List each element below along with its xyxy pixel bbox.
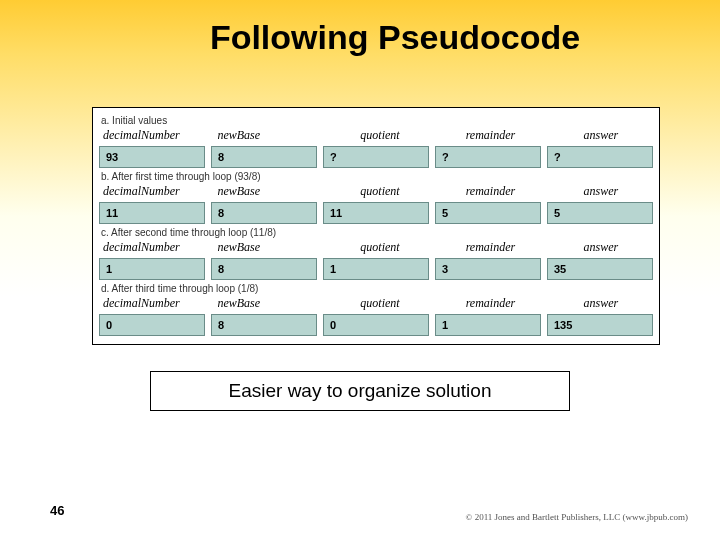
section-c-label: c. After second time through loop (11/8) xyxy=(101,227,653,238)
col-remainder-header: remainder xyxy=(438,183,542,200)
cell-quotient: ? xyxy=(323,146,429,168)
cell-remainder: 5 xyxy=(435,202,541,224)
col-answer-header: answer xyxy=(549,183,653,200)
value-row: 0 8 0 1 135 xyxy=(99,314,653,336)
col-quotient-header: quotient xyxy=(328,295,432,312)
cell-quotient: 11 xyxy=(323,202,429,224)
cell-answer: 35 xyxy=(547,258,653,280)
col-remainder-header: remainder xyxy=(438,295,542,312)
caption-box: Easier way to organize solution xyxy=(150,371,570,411)
cell-answer: ? xyxy=(547,146,653,168)
cell-newbase: 8 xyxy=(211,314,317,336)
header-row: decimalNumber newBase quotient remainder… xyxy=(99,295,653,312)
cell-answer: 5 xyxy=(547,202,653,224)
col-quotient-header: quotient xyxy=(328,239,432,256)
cell-remainder: 1 xyxy=(435,314,541,336)
value-row: 93 8 ? ? ? xyxy=(99,146,653,168)
col-newbase-header: newBase xyxy=(213,127,321,144)
header-row: decimalNumber newBase quotient remainder… xyxy=(99,239,653,256)
col-decimalnumber-header: decimalNumber xyxy=(99,295,207,312)
cell-decimalnumber: 11 xyxy=(99,202,205,224)
col-decimalnumber-header: decimalNumber xyxy=(99,183,207,200)
section-d-label: d. After third time through loop (1/8) xyxy=(101,283,653,294)
header-row: decimalNumber newBase quotient remainder… xyxy=(99,183,653,200)
page-number: 46 xyxy=(50,503,64,518)
col-remainder-header: remainder xyxy=(438,127,542,144)
header-row: decimalNumber newBase quotient remainder… xyxy=(99,127,653,144)
trace-table-figure: a. Initial values decimalNumber newBase … xyxy=(92,107,660,345)
value-row: 1 8 1 3 35 xyxy=(99,258,653,280)
col-answer-header: answer xyxy=(549,295,653,312)
cell-newbase: 8 xyxy=(211,202,317,224)
cell-decimalnumber: 1 xyxy=(99,258,205,280)
col-newbase-header: newBase xyxy=(213,295,321,312)
cell-answer: 135 xyxy=(547,314,653,336)
cell-newbase: 8 xyxy=(211,146,317,168)
col-remainder-header: remainder xyxy=(438,239,542,256)
col-answer-header: answer xyxy=(549,127,653,144)
slide-title: Following Pseudocode xyxy=(0,0,720,57)
cell-quotient: 0 xyxy=(323,314,429,336)
value-row: 11 8 11 5 5 xyxy=(99,202,653,224)
cell-decimalnumber: 93 xyxy=(99,146,205,168)
col-newbase-header: newBase xyxy=(213,239,321,256)
col-quotient-header: quotient xyxy=(328,127,432,144)
col-answer-header: answer xyxy=(549,239,653,256)
col-newbase-header: newBase xyxy=(213,183,321,200)
cell-decimalnumber: 0 xyxy=(99,314,205,336)
section-a-label: a. Initial values xyxy=(101,115,653,126)
section-b-label: b. After first time through loop (93/8) xyxy=(101,171,653,182)
col-decimalnumber-header: decimalNumber xyxy=(99,239,207,256)
col-decimalnumber-header: decimalNumber xyxy=(99,127,207,144)
cell-remainder: ? xyxy=(435,146,541,168)
cell-newbase: 8 xyxy=(211,258,317,280)
cell-quotient: 1 xyxy=(323,258,429,280)
col-quotient-header: quotient xyxy=(328,183,432,200)
copyright-notice: © 2011 Jones and Bartlett Publishers, LL… xyxy=(466,512,688,522)
cell-remainder: 3 xyxy=(435,258,541,280)
